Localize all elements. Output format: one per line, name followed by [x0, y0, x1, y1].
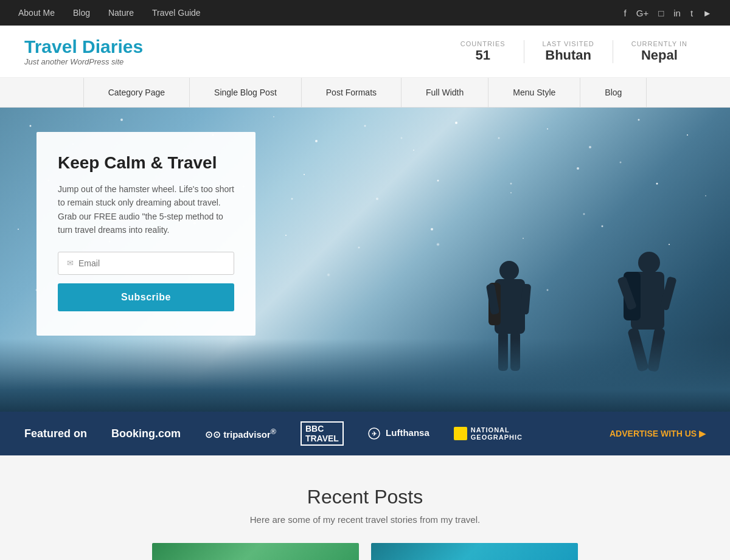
- nav-menu-style[interactable]: Menu Style: [488, 78, 580, 107]
- nav-travel-guide[interactable]: Travel Guide: [152, 8, 201, 18]
- countries-value: 51: [461, 47, 506, 63]
- lufthansa-logo: ✈ Lufthansa: [368, 427, 429, 440]
- lufthansa-circle-icon: ✈: [368, 427, 380, 440]
- secondary-navigation: Category Page Single Blog Post Post Form…: [0, 78, 730, 108]
- email-input[interactable]: [78, 258, 225, 268]
- svg-point-34: [499, 261, 519, 280]
- hero-card-body: Jump out of the hamster wheel. Life's to…: [58, 182, 234, 237]
- header-stats: COUNTRIES 51 LAST VISITED Bhutan CURRENT…: [442, 40, 706, 63]
- post-card-1[interactable]: [152, 543, 359, 560]
- currently-in-value: Nepal: [631, 47, 687, 63]
- natgeo-yellow-box: [454, 427, 467, 440]
- hero-ground: [0, 339, 730, 412]
- site-logo-title[interactable]: Travel Diaries: [24, 36, 143, 57]
- site-header: Travel Diaries Just another WordPress si…: [0, 26, 730, 78]
- linkedin-icon[interactable]: in: [673, 8, 681, 18]
- nav-post-formats[interactable]: Post Formats: [302, 78, 401, 107]
- countries-stat: COUNTRIES 51: [442, 40, 524, 63]
- post-card-2-image: [371, 543, 578, 560]
- email-icon: ✉: [67, 258, 74, 268]
- top-nav-links: About Me Blog Nature Travel Guide: [18, 8, 201, 18]
- nav-category-page[interactable]: Category Page: [83, 78, 190, 107]
- countries-label: COUNTRIES: [461, 40, 506, 47]
- featured-bar: Featured on Booking.com ⊙⊙ tripadvisor® …: [0, 412, 730, 455]
- svg-point-41: [638, 252, 660, 274]
- top-navigation: About Me Blog Nature Travel Guide f G+ □…: [0, 0, 730, 26]
- subscribe-button[interactable]: Subscribe: [58, 283, 234, 311]
- recent-posts-subtitle: Here are some of my recent travel storie…: [24, 514, 706, 525]
- bbc-logo: BBCTRAVEL: [301, 421, 344, 446]
- post-card-2[interactable]: [371, 543, 578, 560]
- last-visited-stat: LAST VISITED Bhutan: [524, 40, 613, 63]
- recent-posts-title: Recent Posts: [24, 486, 706, 508]
- tripadvisor-logo: ⊙⊙ tripadvisor®: [205, 427, 276, 440]
- logo-area: Travel Diaries Just another WordPress si…: [24, 36, 143, 66]
- hero-section: Keep Calm & Travel Jump out of the hamst…: [0, 108, 730, 412]
- natgeo-text: NATIONALGEOGRAPHIC: [471, 426, 523, 441]
- site-logo-subtitle: Just another WordPress site: [24, 57, 143, 66]
- email-input-wrapper: ✉: [58, 252, 234, 275]
- booking-logo: Booking.com: [111, 427, 181, 440]
- recent-posts-section: Recent Posts Here are some of my recent …: [0, 455, 730, 560]
- hero-card-title: Keep Calm & Travel: [58, 153, 234, 173]
- svg-text:✈: ✈: [372, 430, 377, 437]
- advertise-button[interactable]: ADVERTISE WITH US ▶: [610, 429, 706, 438]
- natgeo-logo: NATIONALGEOGRAPHIC: [454, 426, 523, 441]
- last-visited-value: Bhutan: [543, 47, 594, 63]
- nav-single-blog-post[interactable]: Single Blog Post: [190, 78, 302, 107]
- featured-logos: Booking.com ⊙⊙ tripadvisor® BBCTRAVEL ✈ …: [111, 421, 610, 446]
- nav-blog[interactable]: Blog: [580, 78, 647, 107]
- currently-in-stat: CURRENTLY IN Nepal: [613, 40, 706, 63]
- social-icons: f G+ □ in t ►: [624, 8, 712, 18]
- nav-about[interactable]: About Me: [18, 8, 55, 18]
- hero-card: Keep Calm & Travel Jump out of the hamst…: [36, 132, 255, 336]
- last-visited-label: LAST VISITED: [543, 40, 594, 47]
- facebook-icon[interactable]: f: [624, 8, 627, 18]
- posts-row: [24, 543, 706, 560]
- instagram-icon[interactable]: □: [658, 8, 664, 18]
- google-plus-icon[interactable]: G+: [636, 8, 648, 18]
- currently-in-label: CURRENTLY IN: [631, 40, 687, 47]
- youtube-icon[interactable]: ►: [703, 8, 712, 18]
- twitter-icon[interactable]: t: [690, 8, 693, 18]
- nav-nature[interactable]: Nature: [108, 8, 134, 18]
- post-card-1-image: [152, 543, 359, 560]
- nav-full-width[interactable]: Full Width: [401, 78, 488, 107]
- featured-label: Featured on: [24, 427, 87, 440]
- nav-blog[interactable]: Blog: [73, 8, 90, 18]
